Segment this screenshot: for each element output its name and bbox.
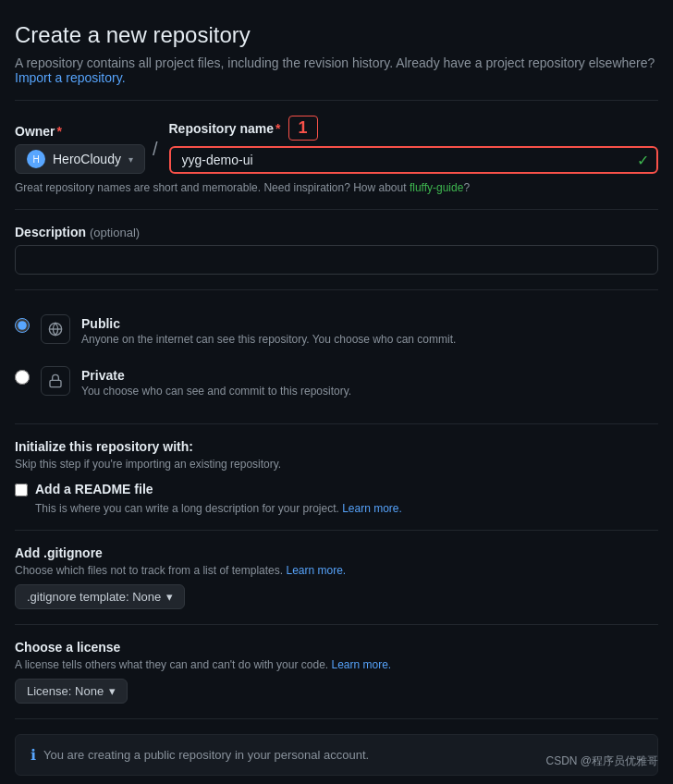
gitignore-section: Add .gitignore Choose which files not to…: [15, 545, 658, 609]
description-label: Description (optional): [15, 225, 658, 239]
svg-rect-2: [50, 380, 61, 386]
private-option[interactable]: Private You choose who can see and commi…: [15, 357, 658, 409]
initialize-subtext: Skip this step if you're importing an ex…: [15, 458, 658, 471]
repo-suggestion: fluffy-guide: [410, 181, 463, 194]
readme-checkbox[interactable]: [15, 484, 28, 496]
readme-row[interactable]: Add a README file: [15, 482, 658, 496]
gitignore-desc: Choose which files not to track from a l…: [15, 564, 658, 577]
readme-learn-more[interactable]: Learn more.: [342, 502, 402, 515]
public-option[interactable]: Public Anyone on the internet can see th…: [15, 305, 658, 357]
readme-label[interactable]: Add a README file: [35, 482, 153, 496]
license-select-btn[interactable]: License: None ▾: [15, 679, 128, 704]
visibility-section: Public Anyone on the internet can see th…: [15, 305, 658, 409]
private-text: Private You choose who can see and commi…: [81, 368, 658, 398]
divider-5: [15, 624, 658, 625]
divider-4: [15, 530, 658, 531]
initialize-heading: Initialize this repository with:: [15, 439, 658, 454]
initialize-section: Initialize this repository with: Skip th…: [15, 439, 658, 515]
divider-2: [15, 289, 658, 290]
owner-dropdown-arrow: ▾: [128, 154, 133, 165]
import-link[interactable]: Import a repository.: [15, 70, 126, 85]
license-learn-more[interactable]: Learn more.: [332, 658, 392, 671]
owner-repo-container: Owner* H HeroCloudy ▾ / Repository name*…: [15, 116, 658, 174]
description-input[interactable]: [15, 245, 658, 275]
divider-top: [15, 100, 658, 101]
gitignore-heading: Add .gitignore: [15, 545, 658, 560]
license-desc: A license tells others what they can and…: [15, 658, 658, 671]
license-section: Choose a license A license tells others …: [15, 640, 658, 704]
owner-label: Owner*: [15, 124, 145, 139]
owner-value: HeroCloudy: [53, 152, 121, 166]
owner-dropdown[interactable]: H HeroCloudy ▾: [15, 144, 145, 174]
badge-1: 1: [288, 116, 318, 141]
check-icon: ✓: [637, 152, 649, 169]
repo-name-label: Repository name*: [169, 121, 281, 136]
gitignore-learn-more[interactable]: Learn more.: [286, 564, 346, 577]
private-radio[interactable]: [15, 370, 30, 385]
divider-6: [15, 718, 658, 719]
page-subtitle: A repository contains all project files,…: [15, 55, 658, 85]
info-icon: ℹ: [31, 746, 36, 764]
slash-separator: /: [145, 139, 165, 160]
repo-name-hint: Great repository names are short and mem…: [15, 181, 658, 194]
public-text: Public Anyone on the internet can see th…: [81, 316, 658, 346]
divider-1: [15, 209, 658, 210]
readme-hint: This is where you can write a long descr…: [35, 502, 658, 515]
public-radio[interactable]: [15, 318, 30, 333]
notice-text: You are creating a public repository in …: [43, 748, 369, 762]
owner-avatar: H: [27, 150, 45, 168]
watermark: CSDN @程序员优雅哥: [545, 753, 658, 769]
repo-name-input[interactable]: [169, 146, 659, 174]
private-icon: [41, 366, 70, 396]
page-title: Create a new repository: [15, 22, 658, 48]
gitignore-select-btn[interactable]: .gitignore template: None ▾: [15, 584, 185, 609]
repo-field-group: Repository name* 1 ✓: [169, 116, 659, 174]
divider-3: [15, 423, 658, 424]
public-icon: [41, 314, 70, 344]
repo-name-input-wrap: ✓: [169, 146, 659, 174]
description-section: Description (optional): [15, 225, 658, 275]
license-heading: Choose a license: [15, 640, 658, 655]
owner-field-group: Owner* H HeroCloudy ▾: [15, 124, 145, 174]
